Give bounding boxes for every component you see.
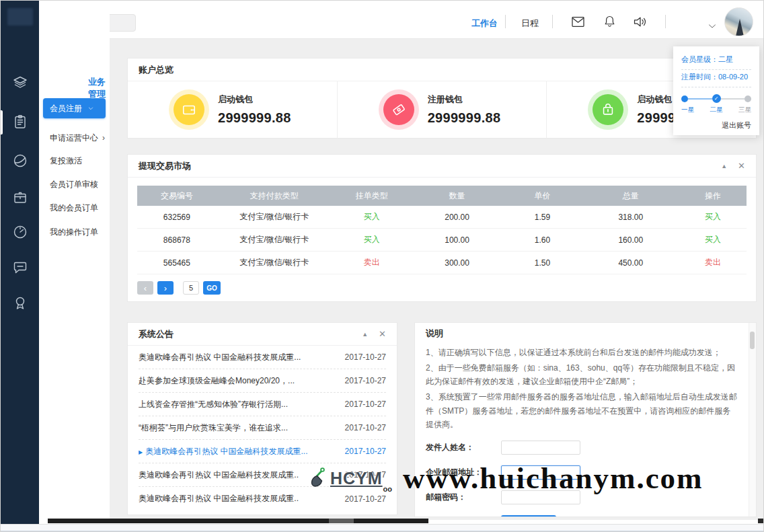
announcement-date: 2017-10-27 — [345, 470, 386, 480]
announcement-title: 奥迪欧峰会再引热议 中国金融科技发展成重.. — [139, 493, 299, 504]
scrollbar-thumb[interactable] — [750, 332, 755, 349]
nav-workbench[interactable]: 工作台 — [471, 17, 498, 30]
card-title: 账户总览 — [139, 59, 174, 81]
column-header: 单价 — [503, 190, 582, 202]
topbar-divider — [110, 38, 764, 39]
field-label: 发件人姓名： — [426, 442, 501, 453]
chat-bubble-icon — [12, 259, 28, 275]
go-page-button[interactable]: GO — [203, 281, 221, 295]
menu-item-label: 我的会员订单 — [50, 203, 98, 213]
topbar-separator — [505, 15, 506, 28]
announcement-date: 2017-10-27 — [345, 376, 386, 385]
announcement-item[interactable]: 奥迪欧峰会再引热议 中国金融科技发展成重.. 2017-10-27 — [139, 487, 386, 510]
logout-link[interactable]: 退出账号 — [681, 120, 751, 130]
check-icon: ✓ — [714, 96, 719, 102]
pagination: ‹ › GO — [137, 281, 747, 295]
close-icon[interactable]: ✕ — [738, 155, 745, 178]
rail-item-messages[interactable] — [12, 259, 28, 275]
menu-item-member-register[interactable]: 会员注册 — [43, 98, 106, 118]
announcement-title: “梧桐荟”与用户欣赏珠宝美学，谁在追求... — [139, 422, 288, 434]
layers-icon — [12, 75, 28, 91]
card-title: 系统公告 — [139, 323, 174, 346]
announcement-title: 奥迪欧峰会再引热议 中国金融科技发展成重... — [139, 352, 301, 363]
announcement-date: 2017-10-27 — [345, 352, 386, 362]
announcement-item[interactable]: 奥迪欧峰会再引热议 中国金融科技发展成重... 2017-10-27 — [139, 346, 386, 369]
rail-item-orders[interactable] — [12, 114, 28, 130]
wallet-item-register: 注册钱包 2999999.88 — [337, 81, 547, 138]
collapse-icon[interactable]: ▲ — [362, 323, 368, 346]
wallet-amount: 2999999.88 — [428, 110, 501, 126]
menu-item-apply-center[interactable]: 申请运营中心› — [50, 132, 105, 144]
user-avatar[interactable] — [724, 7, 753, 36]
column-header: 挂单类型 — [332, 190, 412, 202]
company-email-input[interactable] — [501, 465, 580, 480]
cell-payment-types: 支付宝/微信/银行卡 — [217, 234, 332, 245]
rail-item-modules[interactable] — [12, 75, 28, 91]
menu-item-reinvest-activation[interactable]: 复投激活 — [50, 155, 82, 167]
menu-section-title: 业务管理 — [88, 76, 110, 100]
star-level-labels: 一星 二星 三星 — [681, 106, 751, 114]
speaker-icon[interactable] — [633, 15, 648, 31]
announcement-date: 2017-10-27 — [345, 423, 386, 432]
icon-rail — [1, 1, 39, 524]
instruction-paragraph: 3、系统预置了一些常用邮件服务器的服务器地址信息，输入邮箱地址后自动生成发送邮件… — [426, 390, 738, 432]
cell-unit-price: 1.60 — [503, 235, 582, 245]
collapse-icon[interactable]: ▲ — [721, 155, 727, 178]
sell-action-link[interactable]: 卖出 — [679, 257, 747, 268]
register-time-label: 注册时间： — [681, 73, 718, 81]
bell-icon[interactable] — [603, 14, 616, 32]
rail-item-network[interactable] — [12, 153, 28, 169]
gauge-icon — [12, 224, 28, 240]
sender-name-input[interactable] — [501, 441, 580, 455]
save-button[interactable]: 保存 — [501, 515, 556, 517]
user-chevron-down-icon[interactable] — [708, 20, 716, 32]
horizontal-scrollbar[interactable] — [48, 519, 428, 523]
close-icon[interactable]: ✕ — [379, 323, 386, 346]
announcement-date: 2017-10-27 — [345, 494, 386, 504]
menu-item-member-order-review[interactable]: 会员订单审核 — [50, 179, 98, 190]
clipboard-icon — [12, 114, 28, 130]
rail-item-assets[interactable] — [12, 189, 28, 205]
menu-item-my-member-orders[interactable]: 我的会员订单 — [50, 202, 98, 214]
cell-quantity: 100.00 — [412, 235, 503, 245]
column-header: 交易编号 — [137, 190, 217, 202]
next-page-button[interactable]: › — [157, 281, 174, 295]
announcement-item-highlighted[interactable]: ▶奥迪欧峰会再引热议 中国金融科技发展成重... 2017-10-27 — [139, 440, 386, 463]
page-number-input[interactable] — [183, 281, 199, 295]
step-label: 一星 — [681, 106, 694, 114]
chevron-down-icon — [87, 105, 94, 112]
table-row: 632569 支付宝/微信/银行卡 买入 200.00 1.59 318.00 … — [137, 206, 747, 229]
rail-item-membership[interactable] — [12, 295, 28, 311]
market-table: 交易编号 支持付款类型 挂单类型 数量 单价 总量 操作 632569 支付宝/… — [137, 186, 747, 274]
prev-page-button[interactable]: ‹ — [137, 281, 153, 295]
cell-order-type: 买入 — [332, 234, 412, 245]
mail-icon[interactable] — [571, 16, 585, 30]
cell-quantity: 300.00 — [412, 258, 503, 268]
buy-action-link[interactable]: 买入 — [679, 234, 747, 245]
announcement-item[interactable]: “梧桐荟”与用户欣赏珠宝美学，谁在追求... 2017-10-27 — [139, 416, 386, 440]
instruction-paragraph: 2、由于一些免费邮箱服务（如：sina、163、sohu、qq等）存在功能限制且… — [426, 361, 738, 389]
rail-item-performance[interactable] — [12, 224, 28, 240]
member-level-label: 会员星级： — [681, 55, 718, 63]
buy-action-link[interactable]: 买入 — [679, 211, 747, 223]
briefcase-icon — [12, 189, 28, 205]
card-title: 说明 — [415, 323, 756, 344]
app-logo — [7, 8, 33, 26]
announcement-item[interactable]: 奥迪欧峰会再引热议 中国金融科技发展成重.. 2017-10-27 — [139, 463, 386, 487]
wallet-label: 注册钱包 — [428, 93, 501, 106]
play-marker-icon: ▶ — [139, 449, 143, 455]
announcement-item[interactable]: 赴美参加全球顶级金融峰会Money20/20，... 2017-10-27 — [139, 369, 386, 393]
vertical-scrollbar[interactable] — [749, 323, 756, 517]
app-frame: 业务管理 会员注册 申请运营中心› 复投激活 会员订单审核 我的会员订单 我的操… — [0, 0, 764, 532]
email-password-input[interactable] — [501, 490, 580, 504]
announcement-item[interactable]: 上线资金存管推“无感知体验”存银行活期... 2017-10-27 — [139, 393, 386, 416]
cell-transaction-id: 632569 — [137, 213, 217, 222]
announcement-title: 奥迪欧峰会再引热议 中国金融科技发展成重.. — [139, 469, 299, 481]
nav-schedule[interactable]: 日程 — [521, 17, 539, 30]
table-header-row: 交易编号 支持付款类型 挂单类型 数量 单价 总量 操作 — [137, 186, 747, 206]
menu-item-my-operation-orders[interactable]: 我的操作订单 — [50, 227, 98, 238]
cell-total: 450.00 — [582, 258, 679, 268]
wallet-label: 启动钱包 — [218, 93, 291, 106]
wallet-amount: 2999999.88 — [218, 110, 291, 126]
announcement-title: 赴美参加全球顶级金融峰会Money20/20，... — [139, 375, 295, 387]
